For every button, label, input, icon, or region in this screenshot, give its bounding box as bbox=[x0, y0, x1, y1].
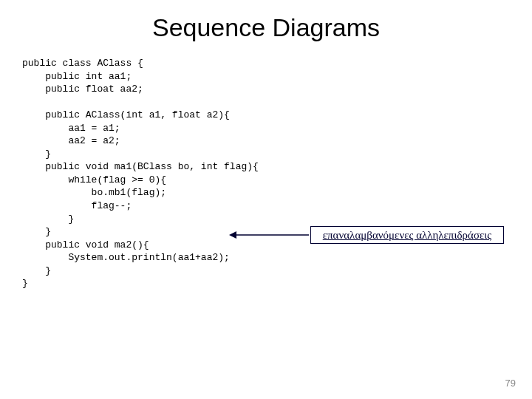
callout-text: επαναλαμβανόμενες αλληλεπιδράσεις bbox=[323, 229, 492, 242]
arrow-icon bbox=[229, 229, 310, 241]
code-block: public class AClass { public int aa1; pu… bbox=[22, 57, 532, 290]
page-number: 79 bbox=[505, 378, 516, 389]
svg-marker-1 bbox=[229, 231, 236, 239]
page-title: Sequence Diagrams bbox=[0, 13, 532, 42]
callout-box: επαναλαμβανόμενες αλληλεπιδράσεις bbox=[310, 226, 504, 244]
